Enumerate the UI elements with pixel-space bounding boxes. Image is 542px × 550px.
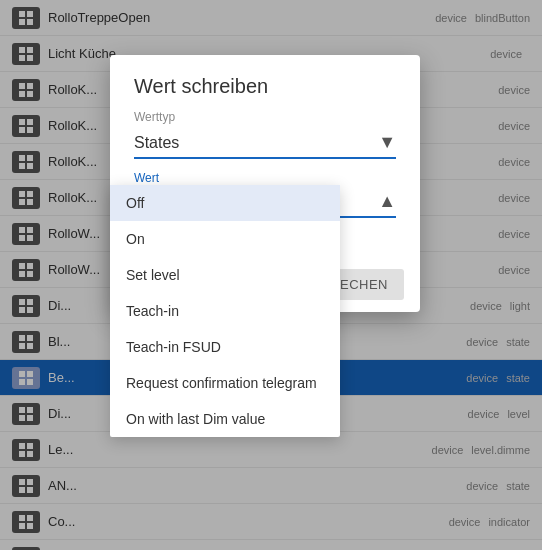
wert-label: Wert: [134, 171, 396, 185]
werttyp-value: States: [134, 134, 179, 152]
dropdown-item-on[interactable]: On: [110, 221, 340, 257]
dropdown-item-set-level[interactable]: Set level: [110, 257, 340, 293]
werttyp-label: Werttyp: [134, 110, 396, 124]
dropdown-item-on-last-dim[interactable]: On with last Dim value: [110, 401, 340, 437]
chevron-up-icon: ▲: [378, 191, 396, 212]
chevron-down-icon: ▼: [378, 132, 396, 153]
dropdown-item-teach-in[interactable]: Teach-in: [110, 293, 340, 329]
dropdown-item-off[interactable]: Off: [110, 185, 340, 221]
dropdown-item-request-confirmation[interactable]: Request confirmation telegram: [110, 365, 340, 401]
dialog-title: Wert schreiben: [110, 55, 420, 110]
dropdown-menu: Off On Set level Teach-in Teach-in FSUD …: [110, 185, 340, 437]
werttyp-select[interactable]: States ▼: [134, 128, 396, 159]
dropdown-item-teach-in-fsud[interactable]: Teach-in FSUD: [110, 329, 340, 365]
